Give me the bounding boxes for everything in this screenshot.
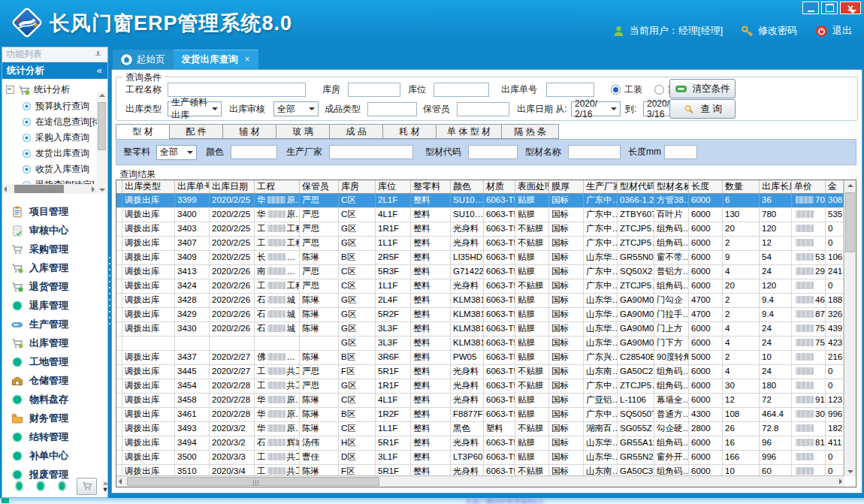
table-row[interactable]: 调拨出库34582020/2/28华原…陈琳C区4L1F整料光身料6063-T5… [116,394,844,408]
quick-circle-icon[interactable] [15,481,23,491]
tree-horizontal-scrollbar[interactable] [2,184,96,194]
table-row[interactable]: 调拨出库34302020/2/26石城陈琳G区3L3F整料KLM38176063… [116,322,844,337]
material-tab[interactable]: 单 体 型 材 [436,124,501,139]
color-input[interactable] [231,145,277,159]
column-header[interactable]: 颜色 [451,180,484,193]
table-row[interactable]: 调拨出库34932020/3/2华原…陈琳C区1L1F整料黑色塑料不贴膜国标湖南… [116,422,844,436]
tree-item[interactable]: 收货入库查询 [2,161,107,177]
material-tab[interactable]: 成 品 [329,124,382,139]
menu-item[interactable]: 物料盘存 [2,390,107,409]
change-password-button[interactable]: 修改密码 [741,24,797,38]
menu-item[interactable]: 生产管理 [2,315,107,333]
column-header[interactable]: 型材名称 [654,180,689,193]
product-type-input[interactable] [367,102,417,116]
menu-item[interactable]: 入库管理 [2,258,107,277]
overflow-chevron-icon[interactable]: »▾ [103,480,107,492]
table-row[interactable]: 调拨出库34612020/2/28华原…陈琳B区1R2F整料F8877FT606… [116,408,844,422]
column-header[interactable]: 库房 [339,180,376,193]
tree-expander-icon[interactable] [6,86,14,94]
column-header[interactable]: 型材代码 [618,180,654,193]
menu-item[interactable]: 项目管理 [2,202,107,221]
menu-item[interactable]: 财务管理 [2,409,107,427]
table-row[interactable]: 调拨出库34092020/2/25长…陈琳B区2R5F整料LI35HD6063-… [116,251,844,265]
material-tab[interactable]: 辅 材 [222,124,276,139]
logout-button[interactable]: 退出 [815,24,852,38]
manufacturer-input[interactable] [329,145,413,159]
search-button[interactable]: 查 询 [669,99,736,119]
column-header[interactable]: 金 [826,180,844,193]
material-tab[interactable]: 配 件 [169,124,222,139]
pin-icon[interactable] [95,51,101,58]
material-tab[interactable]: 耗 材 [382,124,436,139]
tab-home[interactable]: 起始页 [113,50,174,69]
project-name-input[interactable] [168,83,306,97]
keeper-input[interactable] [457,102,509,116]
table-row[interactable]: G区3L3F整料KLM38176063-T5贴膜国标山东华…GA90M09.门下… [116,337,844,351]
length-input[interactable] [664,145,697,159]
tab-close-icon[interactable]: × [245,54,250,65]
quick-circle-icon[interactable] [58,481,66,491]
table-row[interactable]: 调拨出库34452020/2/27工共工程严思F区5R1F整料光身料6063-T… [116,365,844,379]
table-row[interactable]: 调拨出库33992020/2/25华原…严思C区2L1F整料SU10…6063-… [116,194,844,208]
table-row[interactable]: 调拨出库34292020/2/26石城陈琳G区5R2F整料KLM38176063… [116,308,844,322]
column-header[interactable]: 长度 [689,180,723,193]
table-row[interactable]: 调拨出库34132020/2/26南…严思C区5R3F整料G714226063-… [116,265,844,279]
tree-item[interactable]: 预算执行查询 [2,98,107,114]
stats-section-header[interactable]: 统计分析 « [2,62,107,79]
column-header[interactable]: 库位 [376,180,411,193]
column-header[interactable]: 表面处理 [515,180,549,193]
menu-item[interactable]: 仓储管理 [2,371,107,390]
tree-item[interactable]: 在途信息查询[待 [2,114,107,130]
column-header[interactable]: 单价 [792,180,826,193]
table-row[interactable]: 调拨出库34002020/2/25华原…严思C区4L1F整料SU10…6063-… [116,208,844,222]
table-row[interactable]: 调拨出库34942020/3/2石辉城汤伟H区5R1F整料光身料6063-T5贴… [116,436,844,451]
order-no-input[interactable] [546,83,594,97]
collapse-icon[interactable]: « [97,62,102,79]
table-row[interactable]: 调拨出库34542020/2/28工共工程严思G区1R1F整料光身料6063-T… [116,379,844,394]
clear-conditions-button[interactable]: 清空条件 [669,79,736,98]
table-row[interactable]: 调拨出库34242020/2/26工工程严思C区1L1F整料光身料6063-T5… [116,279,844,294]
column-header[interactable]: 出库单号 [175,180,210,193]
menu-item[interactable]: 补单中心 [2,446,107,465]
table-row[interactable]: 调拨出库34072020/2/25工工程严思G区1L1F整料光身料6063-T5… [116,237,844,251]
column-header[interactable]: 保管员 [300,180,339,193]
menu-item[interactable]: 退货管理 [2,277,107,296]
menu-item[interactable]: 审核中心 [2,221,107,240]
minimize-button[interactable] [802,2,819,14]
menu-item[interactable]: 结转管理 [2,427,107,446]
table-row[interactable]: 调拨出库34372020/2/27佛…陈琳B区3R6F整料PW056063-T5… [116,351,844,365]
tab-list-dropdown-icon[interactable] [849,10,856,17]
tree-vertical-scrollbar[interactable] [97,92,107,194]
warehouse-input[interactable] [348,83,400,97]
out-type-select[interactable]: 生产领料出库 [168,101,222,116]
material-tab[interactable]: 隔 热 条 [501,124,559,139]
column-header[interactable]: 整零料 [411,180,451,193]
column-header[interactable]: 材质 [484,180,515,193]
radio-gongzhuang[interactable]: 工装 [611,83,642,96]
column-header[interactable]: 出库日期 [210,180,255,193]
profile-name-input[interactable] [568,145,621,159]
table-row[interactable]: 调拨出库35002020/3/3工共工程曹佳D区3L1F整料LT3P606063… [116,451,844,465]
material-tab[interactable]: 玻 璃 [276,124,329,139]
audit-select[interactable]: 全部 [273,101,319,116]
material-tab[interactable]: 型 材 [116,124,169,140]
column-header[interactable]: 膜厚 [549,180,584,193]
whole-part-select[interactable]: 全部 [156,145,197,160]
quick-cart-button[interactable] [77,478,97,495]
grid-horizontal-scrollbar[interactable] [116,475,844,487]
maximize-button[interactable] [821,2,838,14]
column-header[interactable]: 数量 [723,180,760,193]
table-row[interactable]: 调拨出库34032020/2/25工工程严思G区1R1F整料光身料6063-T5… [116,222,844,237]
column-header[interactable]: 出库长度 [760,180,792,193]
column-header[interactable]: 工程 [255,180,300,193]
column-header[interactable]: 出库类型 [122,180,175,193]
profile-code-input[interactable] [468,145,518,159]
grid-vertical-scrollbar[interactable] [844,180,856,476]
date-from-picker[interactable]: 2020/ 2/16 [571,101,621,116]
menu-item[interactable]: 工地管理 [2,352,107,371]
tree-root-node[interactable]: 统计分析 [2,78,107,98]
location-input[interactable] [434,83,489,97]
menu-item[interactable]: 出库管理 [2,333,107,352]
tree-item[interactable]: 发货出库查询 [2,146,107,161]
menu-item[interactable]: 退库管理 [2,296,107,315]
